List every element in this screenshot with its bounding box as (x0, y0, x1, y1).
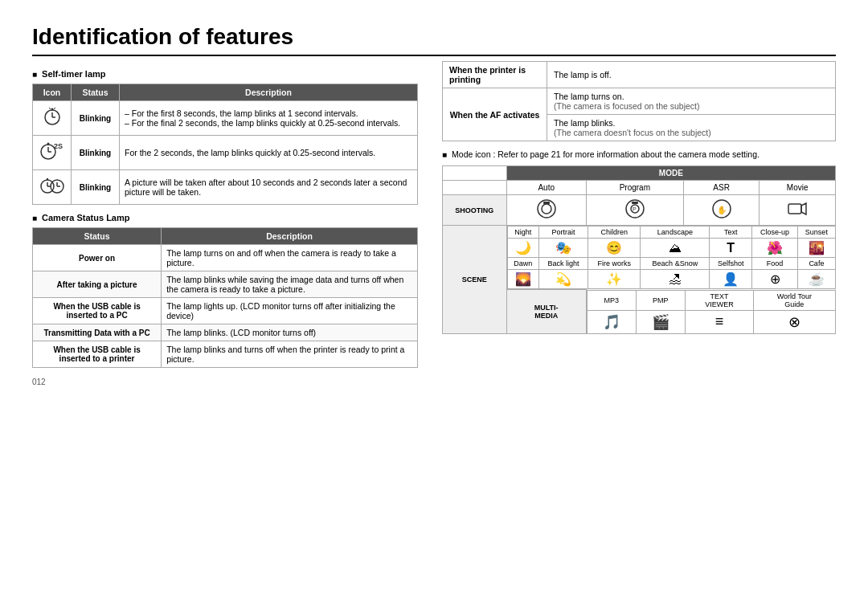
table-row: Transmitting Data with a PC The lamp bli… (33, 324, 418, 341)
scene-label: SCENE (443, 226, 507, 334)
cs-status-5: When the USB cable is inserted to a prin… (33, 341, 162, 368)
col-header-icon: Icon (33, 84, 72, 101)
cs-status-1: Power on (33, 245, 162, 271)
scene-col-fireworks: Fire works (588, 258, 641, 270)
self-timer-section-label: Self-timer lamp (32, 69, 418, 79)
printer-label: When the printer is printing (443, 62, 547, 88)
table-row: After taking a picture The lamp blinks w… (33, 271, 418, 298)
scene-icon-cafe: ☕ (798, 270, 835, 289)
multi-col-text-viewer: TEXTVIEWER (685, 290, 753, 310)
timer-status-1: Blinking (72, 101, 120, 136)
mode-col-program: Program (586, 181, 683, 195)
shoot-icon-asr: ✋ (683, 195, 760, 226)
left-column: Self-timer lamp Icon Status Description (32, 61, 418, 368)
scene-col-beach: Beach &Snow (641, 258, 710, 270)
col-header-description: Description (120, 84, 418, 101)
svg-point-14 (46, 178, 47, 180)
table-row: When the USB cable is inserted to a prin… (33, 341, 418, 368)
multi-label: MULTI-MEDIA (506, 290, 586, 334)
svg-rect-23 (632, 202, 638, 204)
camera-status-section-label: Camera Status Lamp (32, 213, 418, 222)
svg-point-19 (542, 204, 551, 214)
table-row: Blinking A picture will be taken after a… (33, 170, 418, 205)
shoot-icon-movie (760, 195, 836, 226)
mode-empty (443, 181, 507, 195)
cs-desc-2: The lamp blinks while saving the image d… (162, 271, 418, 298)
svg-rect-20 (543, 202, 550, 204)
cs-desc-4: The lamp blinks. (LCD monitor turns off) (162, 324, 418, 341)
scene-col-closeup: Close-up (751, 226, 797, 239)
page-number: 012 (32, 378, 836, 386)
timer-desc-3: A picture will be taken after about 10 s… (120, 170, 418, 205)
af-desc-1: The lamp turns on.(The camera is focused… (547, 88, 836, 115)
scene-icon-night: 🌙 (507, 239, 538, 258)
cs-desc-3: The lamp lights up. (LCD monitor turns o… (162, 298, 418, 324)
svg-rect-27 (788, 204, 801, 214)
mode-col-auto: Auto (506, 181, 586, 195)
scene-col-selfshot: Selfshot (710, 258, 751, 270)
mode-table: MODE Auto Program ASR Movie SHOOTING (442, 165, 836, 334)
mode-note: Mode icon : Refer to page 21 for more in… (442, 149, 836, 159)
timer-desc-1: – For the first 8 seconds, the lamp blin… (120, 101, 418, 136)
printer-desc: The lamp is off. (547, 62, 836, 88)
scene-icon-portrait: 🎭 (538, 239, 588, 258)
multi-icon-text-viewer: ≡ (685, 310, 753, 333)
cs-status-4: Transmitting Data with a PC (33, 324, 162, 341)
timer-status-3: Blinking (72, 170, 120, 205)
svg-line-5 (54, 108, 55, 109)
shoot-icon-auto (506, 195, 586, 226)
multi-icon-pmp: 🎬 (636, 310, 685, 333)
self-timer-table: Icon Status Description (32, 84, 418, 205)
scene-col-landscape: Landscape (641, 226, 710, 239)
timer-status-2: Blinking (72, 136, 120, 170)
mode-col-movie: Movie (760, 181, 836, 195)
multi-icon-mp3: 🎵 (587, 310, 636, 333)
col-header-desc2: Description (162, 228, 418, 245)
scene-icon-food: ⊕ (751, 270, 797, 289)
svg-marker-28 (801, 203, 806, 214)
mode-col-asr: ASR (683, 181, 760, 195)
table-row: When the AF activates The lamp turns on.… (443, 88, 836, 115)
af-printer-table: When the printer is printing The lamp is… (442, 61, 836, 141)
svg-point-3 (51, 108, 53, 111)
scene-icon-closeup: 🌺 (751, 239, 797, 258)
multi-col-world-tour: World TourGuide (754, 290, 835, 310)
scene-icon-landscape: ⛰ (641, 239, 710, 258)
scene-col-night: Night (507, 226, 538, 239)
mode-header: MODE (506, 166, 835, 181)
af-label: When the AF activates (443, 88, 547, 141)
scene-col-food: Food (751, 258, 797, 270)
scene-col-children: Children (588, 226, 641, 239)
camera-status-table: Status Description Power on The lamp tur… (32, 227, 418, 368)
scene-col-dawn: Dawn (507, 258, 538, 270)
scene-icon-dawn: 🌄 (507, 270, 538, 289)
table-row: Power on The lamp turns on and off when … (33, 245, 418, 271)
scene-icon-sunset: 🌇 (798, 239, 835, 258)
cs-desc-1: The lamp turns on and off when the camer… (162, 245, 418, 271)
cs-status-2: After taking a picture (33, 271, 162, 298)
table-row: When the USB cable is inserted to a PC T… (33, 298, 418, 324)
page-title: Identification of features (32, 24, 836, 56)
shooting-label: SHOOTING (443, 195, 507, 226)
af-desc-2: The lamp blinks.(The camera doesn't focu… (547, 115, 836, 141)
scene-col-cafe: Cafe (798, 258, 835, 270)
table-row: Blinking – For the first 8 seconds, the … (33, 101, 418, 136)
col-header-status: Status (72, 84, 120, 101)
svg-text:✋: ✋ (717, 205, 727, 215)
cs-desc-5: The lamp blinks and turns off when the p… (162, 341, 418, 368)
multi-icon-world-tour: ⊗ (754, 310, 835, 333)
shoot-icon-program: P (586, 195, 683, 226)
svg-line-4 (49, 108, 51, 109)
cs-status-3: When the USB cable is inserted to a PC (33, 298, 162, 324)
timer-desc-2: For the 2 seconds, the lamp blinks quick… (120, 136, 418, 170)
scene-col-text: Text (710, 226, 751, 239)
multi-col-mp3: MP3 (587, 290, 636, 310)
scene-col-backlight: Back light (538, 258, 588, 270)
timer-icon-3 (33, 170, 72, 205)
scene-col-sunset: Sunset (798, 226, 835, 239)
scene-icon-beach: 🏖 (641, 270, 710, 289)
mode-corner (443, 166, 507, 181)
scene-icon-fireworks: ✨ (588, 270, 641, 289)
table-row: When the printer is printing The lamp is… (443, 62, 836, 88)
scene-icon-selfshot: 👤 (710, 270, 751, 289)
